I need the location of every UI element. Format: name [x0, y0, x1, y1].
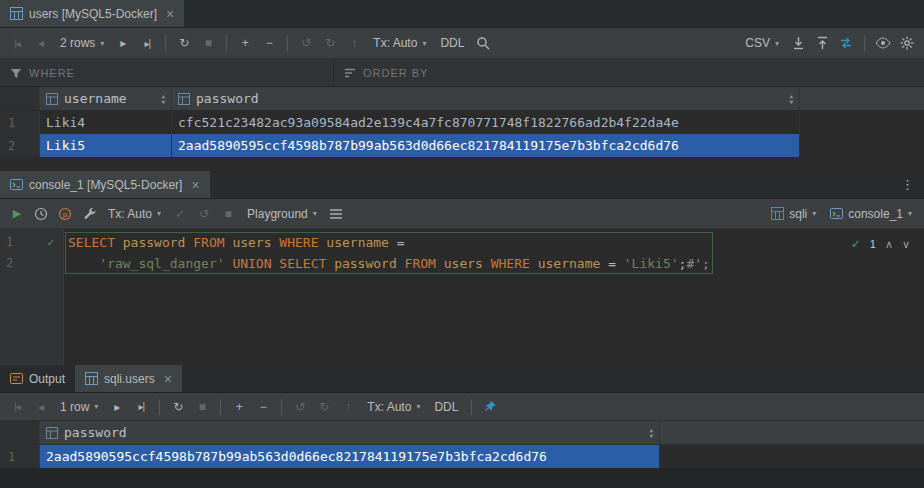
sql-editor[interactable]: 1 ✓ SELECT password FROM users WHERE use…: [0, 229, 924, 365]
rollback-icon[interactable]: ↺: [193, 203, 215, 225]
import-data-icon[interactable]: [811, 32, 833, 54]
export-format-dropdown[interactable]: CSV ▾: [739, 32, 785, 54]
ddl-button[interactable]: DDL: [428, 396, 464, 418]
tx-mode-dropdown[interactable]: Tx: Auto ▾: [102, 203, 167, 225]
eye-icon[interactable]: [872, 32, 894, 54]
order-by-filter-input[interactable]: ORDER BY: [334, 59, 438, 86]
cell-username[interactable]: Liki4: [40, 111, 172, 134]
table-row-selected[interactable]: 2 Liki5 2aad5890595ccf4598b787b99ab563d0…: [0, 134, 924, 157]
parameters-icon[interactable]: p: [54, 203, 76, 225]
reload-icon[interactable]: ↻: [173, 32, 195, 54]
playground-label: Playground: [247, 207, 308, 221]
cell-username[interactable]: Liki5: [40, 134, 172, 157]
toolbar-divider: [159, 399, 160, 415]
reload-icon[interactable]: ↻: [167, 396, 189, 418]
where-filter-input[interactable]: WHERE: [0, 59, 333, 86]
toolbar-divider: [226, 35, 227, 51]
code-line[interactable]: 1 ✓ SELECT password FROM users WHERE use…: [0, 232, 924, 253]
ddl-button[interactable]: DDL: [434, 32, 470, 54]
redo-icon[interactable]: ↻: [319, 32, 341, 54]
row-number: 2: [0, 134, 40, 157]
history-icon[interactable]: [30, 203, 52, 225]
settings-gear-icon[interactable]: [896, 32, 918, 54]
wrench-icon[interactable]: [78, 203, 100, 225]
revert-icon[interactable]: ↺: [295, 32, 317, 54]
sql-token: WHERE: [279, 235, 326, 250]
column-header-username[interactable]: username ▲ ▼: [40, 87, 172, 110]
table-row[interactable]: 1 Liki4 cfc521c23482ac93a09584ad2e139c4a…: [0, 111, 924, 134]
cell-password[interactable]: 2aad5890595ccf4598b787b99ab563d0d66ec821…: [172, 134, 800, 157]
page-size-dropdown[interactable]: 2 rows ▾: [54, 32, 110, 54]
stop-icon[interactable]: ■: [191, 396, 213, 418]
sort-toggle[interactable]: ▲ ▼: [649, 427, 653, 439]
run-icon[interactable]: ▶: [6, 203, 28, 225]
sql-token: =: [608, 256, 624, 271]
redo-icon[interactable]: ↻: [313, 396, 335, 418]
add-row-icon[interactable]: +: [234, 32, 256, 54]
cell-password[interactable]: cfc521c23482ac93a09584ad2e139c4a7fc87077…: [172, 111, 800, 134]
row-number: 1: [0, 445, 40, 468]
stop-icon[interactable]: ■: [217, 203, 239, 225]
last-row-icon[interactable]: ▸|: [136, 32, 158, 54]
output-view-icon[interactable]: [325, 203, 347, 225]
column-header-password[interactable]: password ▲ ▼: [172, 87, 800, 110]
close-icon[interactable]: ×: [191, 178, 199, 192]
table-row-selected[interactable]: 1 2aad5890595ccf4598b787b99ab563d0d66ec8…: [0, 445, 924, 468]
schema-dropdown[interactable]: sqli ▾: [765, 203, 822, 225]
sort-toggle[interactable]: ▲ ▼: [789, 93, 793, 105]
sort-desc-icon: ▼: [789, 99, 793, 105]
session-dropdown[interactable]: console_1 ▾: [824, 203, 918, 225]
previous-row-icon[interactable]: ◂: [30, 396, 52, 418]
submit-icon[interactable]: ↑: [337, 396, 359, 418]
tab-output[interactable]: Output: [0, 365, 75, 392]
sql-token: #';: [686, 256, 709, 271]
editor-tabbar: users [MySQL5-Docker] ×: [0, 0, 924, 28]
sql-token: 'raw_sql_danger': [99, 256, 224, 271]
last-row-icon[interactable]: ▸|: [130, 396, 152, 418]
add-row-icon[interactable]: +: [228, 396, 250, 418]
column-header-password[interactable]: password ▲ ▼: [40, 421, 660, 444]
playground-dropdown[interactable]: Playground ▾: [241, 203, 323, 225]
first-row-icon[interactable]: |◂: [6, 32, 28, 54]
previous-row-icon[interactable]: ◂: [30, 32, 52, 54]
pin-tab-icon[interactable]: [479, 396, 501, 418]
tab-users-table[interactable]: users [MySQL5-Docker] ×: [0, 0, 184, 27]
close-icon[interactable]: ×: [164, 372, 172, 386]
page-size-label: 2 rows: [60, 36, 95, 50]
svg-text:p: p: [63, 210, 68, 219]
tab-result-sqli-users[interactable]: sqli.users ×: [75, 365, 182, 392]
more-options-icon[interactable]: ⋮: [901, 177, 914, 192]
submit-icon[interactable]: ↑: [343, 32, 365, 54]
revert-icon[interactable]: ↺: [289, 396, 311, 418]
close-icon[interactable]: ×: [166, 7, 174, 21]
console-panel: console_1 [MySQL5-Docker] × ⋮ ▶ p Tx: Au…: [0, 171, 924, 365]
next-statement-icon[interactable]: ∨: [902, 238, 910, 251]
next-row-icon[interactable]: ▸: [106, 396, 128, 418]
tab-options: ⋮: [901, 171, 924, 198]
delete-row-icon[interactable]: −: [252, 396, 274, 418]
order-by-placeholder: ORDER BY: [363, 67, 428, 79]
execution-success-icon: ✓: [47, 232, 54, 253]
search-icon[interactable]: [472, 32, 494, 54]
export-data-icon[interactable]: [787, 32, 809, 54]
sync-compare-icon[interactable]: [835, 32, 857, 54]
stop-icon[interactable]: ■: [197, 32, 219, 54]
export-format-label: CSV: [745, 36, 770, 50]
first-row-icon[interactable]: |◂: [6, 396, 28, 418]
column-icon: [46, 93, 58, 105]
grid-filter-bar: WHERE ORDER BY: [0, 59, 924, 87]
next-row-icon[interactable]: ▸: [112, 32, 134, 54]
tab-console-1[interactable]: console_1 [MySQL5-Docker] ×: [0, 171, 210, 198]
sort-toggle[interactable]: ▲ ▼: [161, 93, 165, 105]
tx-mode-dropdown[interactable]: Tx: Auto ▾: [367, 32, 432, 54]
sql-token: [68, 256, 99, 271]
page-size-dropdown[interactable]: 1 row ▾: [54, 396, 104, 418]
code-line[interactable]: 2 'raw_sql_danger' UNION SELECT password…: [0, 253, 924, 274]
tx-mode-dropdown[interactable]: Tx: Auto ▾: [361, 396, 426, 418]
table-icon: [85, 372, 98, 385]
previous-statement-icon[interactable]: ∧: [885, 238, 893, 251]
commit-icon[interactable]: ✓: [169, 203, 191, 225]
cell-password[interactable]: 2aad5890595ccf4598b787b99ab563d0d66ec821…: [40, 445, 660, 468]
delete-row-icon[interactable]: −: [258, 32, 280, 54]
funnel-icon: [10, 67, 22, 79]
